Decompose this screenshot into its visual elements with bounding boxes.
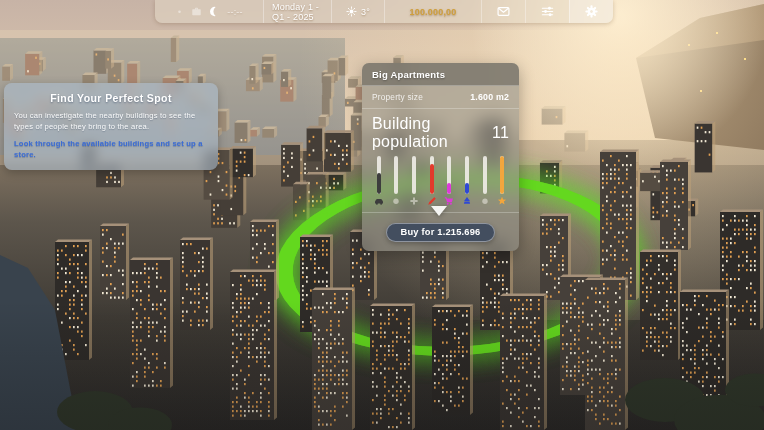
- population-value: 11: [492, 124, 509, 142]
- buy-button[interactable]: Buy for 1.215.696: [386, 223, 496, 242]
- sliders-icon: [541, 5, 554, 18]
- population-bars: [372, 156, 509, 207]
- building-title: Big Apartments: [362, 63, 519, 86]
- population-bar-circle: [390, 156, 403, 207]
- hint-body: You can investigate the nearby buildings…: [14, 111, 208, 132]
- population-label: Building population: [372, 115, 492, 151]
- population-bar-car: [372, 156, 385, 207]
- moon-icon: [209, 6, 220, 17]
- hint-title: Find Your Perfect Spot: [14, 92, 208, 104]
- population-bar-circle: [478, 156, 491, 207]
- top-hud-bar: --:-- Monday 1 - Q1 - 2025 3° 100.000,00: [155, 0, 613, 23]
- population-bar-brush: [461, 156, 474, 207]
- car-icon: [374, 196, 384, 207]
- circle-icon: [391, 196, 401, 207]
- weather-segment: 3°: [331, 0, 384, 23]
- hint-objective-link: Look through the available buildings and…: [14, 139, 208, 160]
- star-icon: [497, 196, 507, 207]
- population-bar-plus: [407, 156, 420, 207]
- population-bar-pen: [425, 156, 438, 207]
- temperature-label: 3°: [361, 7, 370, 17]
- circle-icon: [480, 196, 490, 207]
- property-size-row: Property size 1.600 m2: [362, 86, 519, 109]
- clock-display: --:--: [227, 7, 243, 17]
- gear-icon: [585, 5, 598, 18]
- mail-button[interactable]: [481, 0, 525, 23]
- mail-icon: [497, 5, 510, 18]
- population-bar-star: [496, 156, 509, 207]
- property-size-label: Property size: [372, 92, 423, 102]
- status-dot-icon: [175, 7, 184, 16]
- building-population-block: Building population 11: [362, 109, 519, 213]
- panel-pointer-arrow: [431, 206, 447, 216]
- date-display: Monday 1 - Q1 - 2025: [263, 0, 331, 23]
- briefcase-icon: [191, 6, 202, 17]
- building-info-panel: Big Apartments Property size 1.600 m2 Bu…: [362, 63, 519, 251]
- status-segment: --:--: [155, 0, 263, 23]
- property-size-value: 1.600 m2: [470, 92, 509, 102]
- brush-icon: [462, 196, 472, 207]
- tutorial-hint-panel: Find Your Perfect Spot You can investiga…: [4, 83, 218, 170]
- gear-menu-button[interactable]: [569, 0, 613, 23]
- population-bar-cart: [443, 156, 456, 207]
- game-screen: --:-- Monday 1 - Q1 - 2025 3° 100.000,00…: [0, 0, 764, 430]
- plus-icon: [409, 196, 419, 207]
- settings-sliders-button[interactable]: [525, 0, 569, 23]
- money-display: 100.000,00: [384, 0, 481, 23]
- sun-icon: [346, 6, 357, 17]
